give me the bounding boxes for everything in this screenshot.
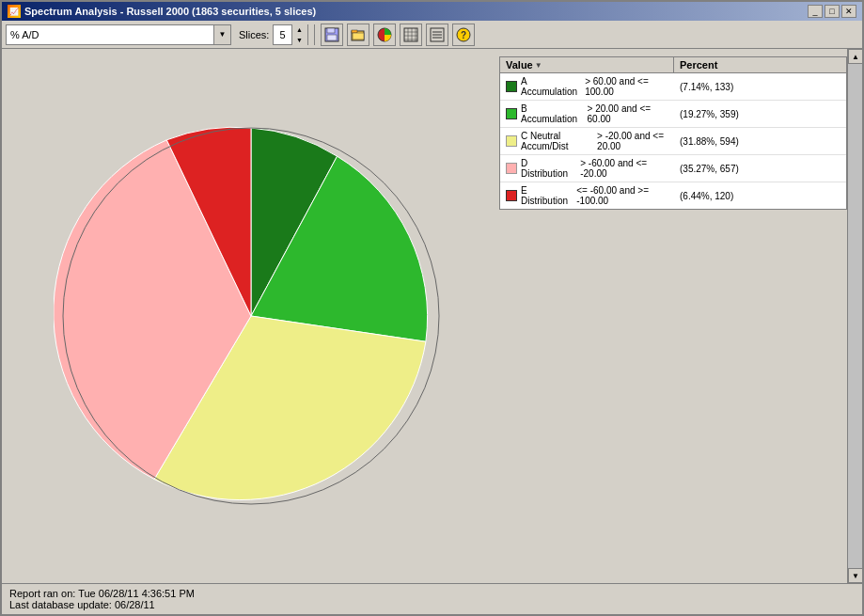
toolbar-separator-1 xyxy=(314,24,315,45)
status-bar: Report ran on: Tue 06/28/11 4:36:51 PM L… xyxy=(2,583,862,614)
scroll-track[interactable] xyxy=(848,64,862,568)
dropdown-value: % A/D xyxy=(7,29,213,40)
label-d: D Distribution xyxy=(521,158,573,179)
status-line-2: Last database update: 06/28/11 xyxy=(9,599,855,610)
toolbar: % A/D ▼ Slices: 5 ▲ ▼ xyxy=(2,21,862,49)
svg-rect-2 xyxy=(327,35,337,40)
percent-b: (19.27%, 359) xyxy=(674,106,846,122)
open-button[interactable] xyxy=(347,24,369,46)
legend-label-b: B Accumulation > 20.00 and <= 60.00 xyxy=(500,101,674,127)
help-button[interactable]: ? xyxy=(452,24,475,46)
scroll-up-button[interactable]: ▲ xyxy=(848,49,862,64)
svg-rect-5 xyxy=(353,33,364,39)
slices-up-button[interactable]: ▲ xyxy=(292,24,307,35)
value-d: > -60.00 and <= -20.00 xyxy=(580,158,668,179)
window-title: Spectrum Analysis - Russell 2000 (1863 s… xyxy=(24,6,316,17)
legend-row-a: A Accumulation > 60.00 and <= 100.00 (7.… xyxy=(500,73,846,101)
pie-chart-icon xyxy=(377,27,392,42)
value-b: > 20.00 and <= 60.00 xyxy=(588,103,668,124)
legend-label-e: E Distribution <= -60.00 and >= -100.00 xyxy=(500,182,674,209)
percent-a: (7.14%, 133) xyxy=(674,79,846,95)
title-bar-left: 📈 Spectrum Analysis - Russell 2000 (1863… xyxy=(8,5,316,18)
pie-chart xyxy=(54,118,448,513)
slices-label: Slices: xyxy=(239,29,269,40)
percent-c: (31.88%, 594) xyxy=(674,134,846,150)
minimize-button[interactable]: _ xyxy=(808,5,823,18)
slices-value[interactable]: 5 xyxy=(274,29,291,40)
pie-chart-svg xyxy=(54,118,448,513)
legend-row-c: C Neutral Accum/Dist > -20.00 and <= 20.… xyxy=(500,128,846,155)
svg-rect-4 xyxy=(352,30,357,33)
main-window: 📈 Spectrum Analysis - Russell 2000 (1863… xyxy=(0,0,864,616)
legend-row-d: D Distribution > -60.00 and <= -20.00 (3… xyxy=(500,155,846,182)
save-button[interactable] xyxy=(321,24,343,46)
status-line-1: Report ran on: Tue 06/28/11 4:36:51 PM xyxy=(9,588,855,599)
slices-arrows: ▲ ▼ xyxy=(291,24,307,45)
grid-button[interactable] xyxy=(400,24,422,46)
title-buttons: _ □ ✕ xyxy=(808,5,856,18)
swatch-a xyxy=(506,81,517,92)
label-b: B Accumulation xyxy=(521,103,580,124)
scroll-down-button[interactable]: ▼ xyxy=(848,568,862,583)
legend-header: Value ▼ Percent xyxy=(500,57,846,73)
percent-e: (6.44%, 120) xyxy=(674,188,846,204)
value-e: <= -60.00 and >= -100.00 xyxy=(576,185,668,206)
main-content: Value ▼ Percent A Accumulation > 60.00 a… xyxy=(2,49,862,583)
grid-icon xyxy=(403,27,418,42)
open-icon xyxy=(351,27,366,42)
legend-label-c: C Neutral Accum/Dist > -20.00 and <= 20.… xyxy=(500,128,674,154)
swatch-c xyxy=(506,135,517,147)
dropdown-arrow[interactable]: ▼ xyxy=(213,25,230,44)
percent-column-header[interactable]: Percent xyxy=(674,57,723,72)
legend-row-b: B Accumulation > 20.00 and <= 60.00 (19.… xyxy=(500,101,846,128)
close-button[interactable]: ✕ xyxy=(841,5,856,18)
value-c: > -20.00 and <= 20.00 xyxy=(597,131,668,151)
label-c: C Neutral Accum/Dist xyxy=(521,131,589,151)
slices-down-button[interactable]: ▼ xyxy=(292,35,307,45)
maximize-button[interactable]: □ xyxy=(825,5,840,18)
percent-d: (35.27%, 657) xyxy=(674,161,846,177)
list-icon xyxy=(430,27,445,42)
save-icon xyxy=(324,27,339,42)
legend-table: Value ▼ Percent A Accumulation > 60.00 a… xyxy=(499,56,847,210)
swatch-b xyxy=(506,108,517,119)
scrollbar: ▲ ▼ xyxy=(847,49,862,583)
value-a: > 60.00 and <= 100.00 xyxy=(585,76,668,97)
svg-text:?: ? xyxy=(460,30,465,40)
sort-icon: ▼ xyxy=(535,61,542,70)
swatch-e xyxy=(506,190,517,201)
help-icon: ? xyxy=(456,27,471,42)
list-button[interactable] xyxy=(426,24,448,46)
label-e: E Distribution xyxy=(521,185,569,206)
legend-row-e: E Distribution <= -60.00 and >= -100.00 … xyxy=(500,182,846,209)
label-a: A Accumulation xyxy=(521,76,577,97)
value-column-header[interactable]: Value ▼ xyxy=(500,57,674,72)
title-bar: 📈 Spectrum Analysis - Russell 2000 (1863… xyxy=(2,2,862,21)
chart-button[interactable] xyxy=(373,24,396,46)
analysis-dropdown[interactable]: % A/D ▼ xyxy=(6,24,231,45)
swatch-d xyxy=(506,163,517,174)
legend-label-d: D Distribution > -60.00 and <= -20.00 xyxy=(500,155,674,182)
legend-label-a: A Accumulation > 60.00 and <= 100.00 xyxy=(500,73,674,100)
app-icon: 📈 xyxy=(8,5,21,18)
chart-area xyxy=(2,49,499,583)
svg-rect-1 xyxy=(327,28,335,33)
slices-input: 5 ▲ ▼ xyxy=(273,24,307,45)
